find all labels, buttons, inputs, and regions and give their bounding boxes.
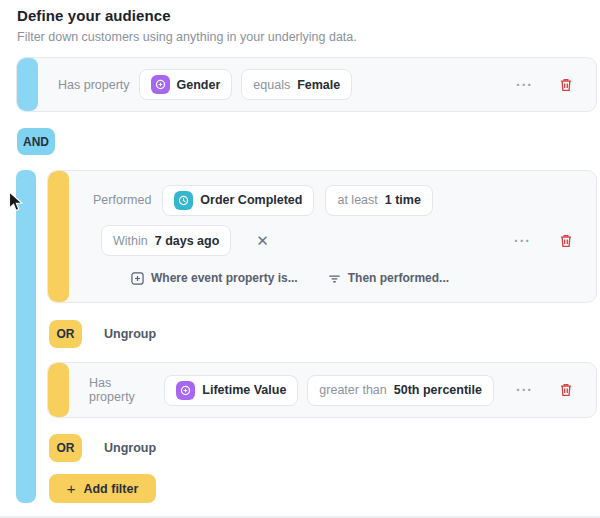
operator-label: equals bbox=[253, 78, 290, 92]
window-prefix-label: Within bbox=[113, 234, 148, 248]
event-main-line: Performed Order Completed at least 1 tim… bbox=[93, 184, 574, 216]
where-event-property-label: Where event property is... bbox=[151, 271, 298, 285]
add-filter-button[interactable]: + Add filter bbox=[49, 474, 156, 503]
property-select-ltv[interactable]: Lifetime Value bbox=[164, 375, 298, 406]
filter-row-event-body: Performed Order Completed at least 1 tim… bbox=[69, 171, 596, 302]
filter-group: Performed Order Completed at least 1 tim… bbox=[16, 170, 597, 503]
event-links-line: Where event property is... Then performe… bbox=[131, 268, 574, 288]
page-title: Define your audience bbox=[17, 7, 600, 24]
filter-row-lifetime-value: Has property Lifetime Value greater than… bbox=[47, 362, 597, 418]
window-value: 7 days ago bbox=[155, 234, 220, 248]
operator-value: 50th percentile bbox=[394, 383, 482, 397]
operator-value: Female bbox=[297, 78, 340, 92]
or-badge[interactable]: OR bbox=[49, 434, 82, 462]
ungroup-button[interactable]: Ungroup bbox=[104, 441, 156, 455]
plus-square-icon bbox=[131, 272, 144, 285]
then-performed-button[interactable]: Then performed... bbox=[328, 271, 449, 285]
add-filter-label: Add filter bbox=[83, 482, 138, 496]
and-badge[interactable]: AND bbox=[17, 128, 55, 155]
clock-icon bbox=[174, 191, 193, 210]
then-performed-label: Then performed... bbox=[348, 271, 449, 285]
or-row: OR Ungroup bbox=[49, 320, 597, 348]
property-name: Lifetime Value bbox=[202, 383, 286, 397]
trash-icon[interactable] bbox=[558, 76, 574, 94]
event-prefix-label: Performed bbox=[93, 193, 151, 207]
count-value: 1 time bbox=[385, 193, 421, 207]
filter-row-gender: Has property Gender equals Female ··· bbox=[16, 57, 597, 112]
more-options-button[interactable]: ··· bbox=[512, 381, 537, 399]
operator-select-ltv[interactable]: greater than 50th percentile bbox=[307, 375, 494, 406]
ungroup-button[interactable]: Ungroup bbox=[104, 327, 156, 341]
time-window-select[interactable]: Within 7 days ago bbox=[101, 225, 231, 256]
plus-icon: + bbox=[67, 480, 76, 497]
filter-accent-bar bbox=[17, 58, 38, 111]
filter-prefix-label: Has property bbox=[89, 376, 155, 404]
group-content: Performed Order Completed at least 1 tim… bbox=[47, 170, 597, 503]
property-icon bbox=[151, 75, 170, 94]
filter-prefix-label: Has property bbox=[58, 78, 130, 92]
trash-icon[interactable] bbox=[558, 381, 574, 399]
property-icon bbox=[176, 381, 195, 400]
operator-select-gender[interactable]: equals Female bbox=[241, 69, 352, 100]
event-count-select[interactable]: at least 1 time bbox=[325, 185, 432, 216]
property-name: Gender bbox=[177, 78, 221, 92]
group-accent-bar[interactable] bbox=[16, 170, 36, 503]
where-event-property-button[interactable]: Where event property is... bbox=[131, 271, 298, 285]
event-select[interactable]: Order Completed bbox=[162, 185, 314, 216]
or-badge[interactable]: OR bbox=[49, 320, 82, 348]
operator-label: greater than bbox=[319, 383, 386, 397]
filter-accent-bar bbox=[48, 171, 69, 302]
filter-accent-bar bbox=[48, 363, 69, 417]
filter-row-gender-body: Has property Gender equals Female ··· bbox=[38, 58, 596, 111]
event-name: Order Completed bbox=[200, 193, 302, 207]
more-options-button[interactable]: ··· bbox=[512, 76, 537, 94]
audience-builder: Define your audience Filter down custome… bbox=[0, 0, 600, 518]
header: Define your audience Filter down custome… bbox=[0, 0, 600, 44]
property-select-gender[interactable]: Gender bbox=[139, 69, 233, 100]
count-operator-label: at least bbox=[337, 193, 377, 207]
filter-row-event: Performed Order Completed at least 1 tim… bbox=[47, 170, 597, 303]
trash-icon[interactable] bbox=[558, 232, 574, 250]
close-icon[interactable]: ✕ bbox=[252, 231, 273, 250]
filter-icon bbox=[328, 272, 341, 285]
event-window-line: Within 7 days ago ✕ ··· bbox=[101, 225, 574, 256]
or-row: OR Ungroup bbox=[49, 434, 597, 462]
more-options-button[interactable]: ··· bbox=[510, 232, 535, 250]
page-subtitle: Filter down customers using anything in … bbox=[17, 30, 600, 44]
filter-row-ltv-body: Has property Lifetime Value greater than… bbox=[69, 363, 596, 417]
